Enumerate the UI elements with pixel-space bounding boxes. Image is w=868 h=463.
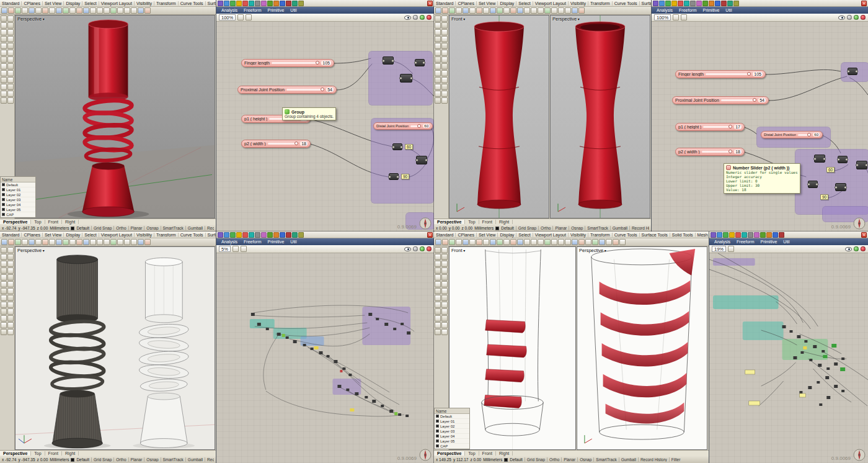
- gh-category-icon[interactable]: [671, 1, 677, 6]
- viewport-tab[interactable]: Perspective: [0, 451, 31, 456]
- rhino-toolbar-icon[interactable]: [483, 239, 489, 245]
- canvas-compass[interactable]: [853, 217, 866, 230]
- rhino-toolbar-icon[interactable]: [76, 239, 82, 245]
- rhino-toolbar-icon[interactable]: [538, 239, 544, 245]
- rhino-side-tool-icon[interactable]: [435, 77, 441, 83]
- shaded-preview-icon[interactable]: [420, 246, 425, 251]
- viewport-label[interactable]: Perspective: [17, 16, 45, 22]
- viewport-tab[interactable]: Top: [465, 220, 479, 224]
- rhino-side-tool-icon[interactable]: [441, 22, 448, 29]
- rhino-side-tool-icon[interactable]: [435, 63, 441, 70]
- rhino-side-tool-icon[interactable]: [1, 43, 7, 49]
- gh-category-icon[interactable]: [709, 1, 714, 6]
- status-toggle[interactable]: Osnap: [144, 226, 160, 230]
- rhino-side-tool-icon[interactable]: [1, 281, 7, 287]
- gh-ribbon-group-label[interactable]: Freeform: [679, 8, 696, 12]
- rhino-menu-item[interactable]: Surface Tools: [640, 1, 651, 6]
- rhino-side-tool-icon[interactable]: [441, 50, 448, 56]
- layer-row[interactable]: CAP: [1, 212, 35, 217]
- canvas-compass[interactable]: [419, 217, 432, 230]
- gh-category-icon[interactable]: [717, 232, 722, 238]
- rhino-toolbar-icon[interactable]: [517, 7, 523, 14]
- rhino-side-tool-icon[interactable]: [1, 77, 7, 83]
- rhino-toolbar-icon[interactable]: [117, 239, 123, 245]
- status-toggle[interactable]: Record History: [629, 226, 649, 230]
- gh-category-icon[interactable]: [292, 1, 298, 6]
- number-slider[interactable]: Distal Joint Position 60: [761, 131, 823, 138]
- gh-category-icon[interactable]: [242, 232, 248, 238]
- rhino-toolbar-icon[interactable]: [56, 239, 62, 245]
- gh-component-node[interactable]: [856, 161, 867, 169]
- gh-panel-chip[interactable]: 60: [405, 144, 413, 150]
- rhino-side-tool-icon[interactable]: [441, 16, 448, 22]
- status-toggle[interactable]: Grid Snap: [91, 226, 113, 230]
- rhino-toolbar-icon[interactable]: [476, 239, 482, 245]
- gh-category-icon[interactable]: [723, 232, 728, 238]
- rhino-side-tool-icon[interactable]: [435, 322, 441, 328]
- rhino-toolbar-icon[interactable]: [124, 239, 130, 245]
- gh-category-icon[interactable]: [273, 232, 279, 238]
- rhino-menu-item[interactable]: Standard: [0, 1, 22, 6]
- gh-category-icon[interactable]: [236, 232, 242, 238]
- rhino-side-tool-icon[interactable]: [441, 91, 448, 97]
- gh-category-icon[interactable]: [742, 232, 747, 238]
- preview-eye-icon[interactable]: [845, 247, 852, 251]
- slider-rail[interactable]: [702, 151, 733, 153]
- rhino-toolbar-icon[interactable]: [490, 239, 496, 245]
- rhino-side-tool-icon[interactable]: [7, 97, 14, 104]
- layer-row[interactable]: Layer 01: [435, 419, 469, 424]
- gh-category-icon[interactable]: [702, 1, 708, 6]
- gh-component-node[interactable]: [383, 56, 394, 65]
- viewport-label[interactable]: Perspective: [552, 16, 580, 22]
- rhino-menu-item[interactable]: Visibility: [569, 1, 588, 6]
- layer-row[interactable]: Layer 02: [1, 192, 35, 197]
- rhino-side-tool-icon[interactable]: [7, 254, 14, 260]
- gh-category-icon[interactable]: [249, 232, 254, 238]
- active-layer[interactable]: Default: [76, 457, 89, 462]
- gh-category-icon[interactable]: [255, 232, 260, 238]
- gh-category-icon[interactable]: [298, 1, 304, 6]
- rhino-toolbar-icon[interactable]: [456, 7, 462, 14]
- rhino-menu-item[interactable]: Curve Tools: [179, 233, 206, 237]
- gh-toolbar-icon[interactable]: [232, 246, 239, 252]
- gh-zoom-level[interactable]: 5%: [219, 246, 231, 252]
- rhino-side-tool-icon[interactable]: [7, 29, 14, 35]
- rhino-side-tool-icon[interactable]: [1, 322, 7, 328]
- rhino-menu-item[interactable]: CPlanes: [456, 233, 476, 237]
- rhino-side-tool-icon[interactable]: [7, 36, 14, 42]
- rhino-toolbar-icon[interactable]: [585, 239, 591, 245]
- gh-category-icon[interactable]: [255, 1, 260, 6]
- gh-category-icon[interactable]: [286, 232, 291, 238]
- status-toggle[interactable]: Ortho: [538, 226, 552, 230]
- gh-category-icon[interactable]: [735, 232, 741, 238]
- slider-grip[interactable]: [807, 133, 811, 137]
- gh-category-icon[interactable]: [236, 1, 242, 6]
- rhino-menu-item[interactable]: Transform: [154, 233, 179, 237]
- rhino-side-tool-icon[interactable]: [435, 261, 441, 267]
- rhino-side-tool-icon[interactable]: [435, 267, 441, 274]
- gh-ribbon-group-label[interactable]: Util: [290, 8, 296, 12]
- slider-rail[interactable]: [410, 125, 421, 127]
- rhino-toolbar-icon[interactable]: [131, 239, 137, 245]
- gh-toolbar-icon[interactable]: [237, 14, 244, 20]
- rhino-menu-item[interactable]: Display: [64, 233, 82, 237]
- number-slider[interactable]: Finger length 105: [675, 70, 766, 78]
- rhino-menu-item[interactable]: Solid Tools: [670, 233, 696, 237]
- slider-rail[interactable]: [272, 62, 319, 64]
- rhino-toolbar-icon[interactable]: [531, 7, 537, 14]
- viewport-tab[interactable]: Front: [479, 220, 496, 224]
- rhino-toolbar-icon[interactable]: [572, 239, 578, 245]
- gh-component-node[interactable]: [835, 183, 846, 191]
- rhino-side-tool-icon[interactable]: [435, 56, 441, 63]
- slider-grip[interactable]: [728, 150, 732, 153]
- gh-category-icon[interactable]: [242, 1, 248, 6]
- shaded-preview-icon[interactable]: [420, 15, 425, 20]
- layer-row[interactable]: CAP: [435, 444, 469, 449]
- number-slider[interactable]: p2 ( width ) 18: [241, 140, 311, 148]
- rhino-menu-item[interactable]: Viewport Layout: [99, 233, 135, 237]
- rhino-side-tool-icon[interactable]: [435, 43, 441, 49]
- gh-panel-chip[interactable]: 90: [401, 174, 409, 179]
- rhino-side-tool-icon[interactable]: [1, 70, 7, 76]
- solver-lock-icon[interactable]: [861, 15, 866, 20]
- rhino-toolbar-icon[interactable]: [463, 239, 469, 245]
